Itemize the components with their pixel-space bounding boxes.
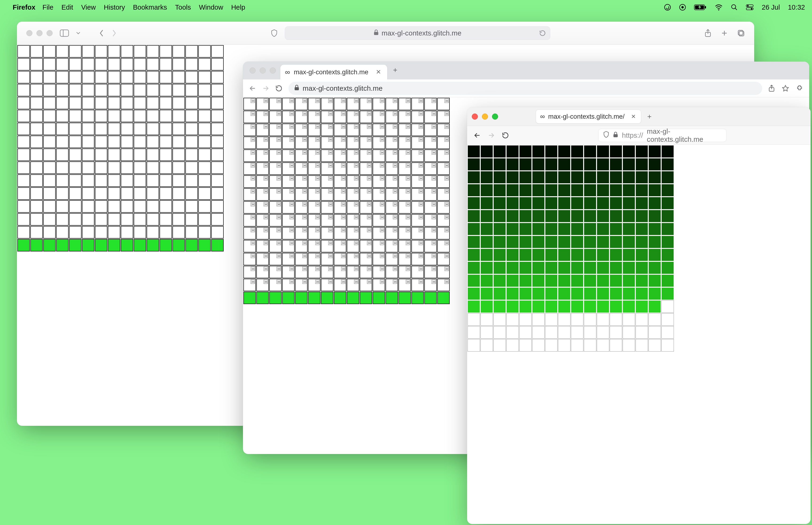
menu-edit[interactable]: Edit xyxy=(61,3,73,11)
tab-close-icon[interactable]: ✕ xyxy=(376,69,381,76)
back-icon[interactable] xyxy=(474,132,481,139)
safari-url-text: max-gl-contexts.glitch.me xyxy=(382,29,461,37)
tab-overview-icon[interactable] xyxy=(737,29,745,38)
wifi-icon[interactable] xyxy=(715,4,723,11)
zoom-icon[interactable] xyxy=(492,114,498,120)
broken-canvas-icon xyxy=(289,163,294,168)
canvas-cell xyxy=(334,214,346,227)
reload-icon[interactable] xyxy=(502,132,509,139)
firefox-address-bar[interactable]: https://max-gl-contexts.glitch.me xyxy=(598,129,726,142)
canvas-cell xyxy=(468,261,480,274)
canvas-cell xyxy=(82,213,94,226)
share-icon[interactable] xyxy=(768,85,775,92)
canvas-cell xyxy=(121,226,133,239)
chrome-address-bar[interactable]: max-gl-contexts.glitch.me xyxy=(289,82,762,95)
spotlight-icon[interactable] xyxy=(731,4,738,11)
canvas-cell xyxy=(95,174,107,187)
back-icon[interactable] xyxy=(249,85,256,92)
menu-window[interactable]: Window xyxy=(199,3,223,11)
grammarly-icon[interactable] xyxy=(664,4,671,11)
menubar-appname[interactable]: Firefox xyxy=(13,3,35,11)
canvas-cell xyxy=(147,200,159,213)
canvas-cell xyxy=(532,300,545,313)
menu-tools[interactable]: Tools xyxy=(175,3,191,11)
canvas-cell xyxy=(172,213,185,226)
canvas-cell xyxy=(159,123,172,135)
reload-icon[interactable] xyxy=(539,30,546,36)
chevron-down-icon[interactable] xyxy=(76,31,80,35)
minimize-icon[interactable] xyxy=(260,68,266,74)
canvas-cell xyxy=(308,124,321,136)
canvas-cell xyxy=(648,184,661,196)
firefox-traffic-lights[interactable] xyxy=(472,114,498,120)
firefox-canvas-grid xyxy=(467,145,811,352)
reload-icon[interactable] xyxy=(275,85,282,92)
canvas-cell xyxy=(661,287,674,300)
chrome-traffic-lights[interactable] xyxy=(249,68,276,74)
extensions-icon[interactable] xyxy=(796,85,803,92)
menu-file[interactable]: File xyxy=(43,3,53,11)
canvas-cell xyxy=(468,249,480,261)
broken-canvas-icon xyxy=(264,280,268,284)
back-icon[interactable] xyxy=(99,29,104,37)
new-tab-icon[interactable]: ＋ xyxy=(392,65,399,76)
shield-icon[interactable] xyxy=(603,131,609,139)
battery-icon[interactable] xyxy=(694,4,707,11)
forward-icon[interactable] xyxy=(488,132,495,139)
broken-canvas-icon xyxy=(251,254,255,258)
firefox-tab[interactable]: ∞ max-gl-contexts.glitch.me/ ✕ xyxy=(536,109,641,124)
menubar-date[interactable]: 26 Jul xyxy=(762,3,780,11)
minimize-icon[interactable] xyxy=(36,30,43,36)
canvas-cell xyxy=(558,274,570,287)
canvas-cell xyxy=(635,197,648,209)
canvas-cell xyxy=(56,71,68,84)
canvas-cell xyxy=(480,158,493,170)
safari-traffic-lights[interactable] xyxy=(26,30,52,36)
bookmark-star-icon[interactable] xyxy=(782,85,789,92)
chrome-tab[interactable]: ∞ max-gl-contexts.glitch.me ✕ xyxy=(280,64,387,79)
canvas-cell xyxy=(597,223,609,235)
privacy-report-icon[interactable] xyxy=(271,26,278,40)
control-center-icon[interactable] xyxy=(746,4,754,10)
zoom-icon[interactable] xyxy=(270,68,276,74)
canvas-cell xyxy=(95,58,107,71)
minimize-icon[interactable] xyxy=(482,114,488,120)
broken-canvas-icon xyxy=(354,241,358,245)
canvas-cell xyxy=(69,187,81,200)
menu-history[interactable]: History xyxy=(104,3,125,11)
canvas-cell xyxy=(17,149,30,161)
canvas-cell xyxy=(398,291,411,304)
broken-canvas-icon xyxy=(251,111,255,116)
share-icon[interactable] xyxy=(704,29,711,38)
zoom-icon[interactable] xyxy=(47,30,52,36)
canvas-cell xyxy=(172,123,185,135)
screenrec-icon[interactable] xyxy=(679,4,686,11)
broken-canvas-icon xyxy=(393,254,397,258)
tab-close-icon[interactable]: ✕ xyxy=(631,113,636,120)
menubar-time[interactable]: 10:32 xyxy=(788,3,805,11)
canvas-cell xyxy=(134,45,146,58)
menu-bookmarks[interactable]: Bookmarks xyxy=(133,3,167,11)
close-icon[interactable] xyxy=(472,114,478,120)
new-tab-icon[interactable]: ＋ xyxy=(646,111,653,121)
canvas-cell xyxy=(571,197,583,209)
canvas-cell xyxy=(134,226,146,239)
safari-address-bar[interactable]: max-gl-contexts.glitch.me xyxy=(285,26,550,40)
canvas-cell xyxy=(82,200,94,213)
new-tab-icon[interactable] xyxy=(721,29,728,38)
broken-canvas-icon xyxy=(302,241,307,245)
sidebar-toggle-icon[interactable] xyxy=(60,29,69,37)
close-icon[interactable] xyxy=(26,30,32,36)
menu-view[interactable]: View xyxy=(81,3,96,11)
forward-icon[interactable] xyxy=(262,85,269,92)
close-icon[interactable] xyxy=(249,68,256,74)
broken-canvas-icon xyxy=(393,241,397,245)
canvas-cell xyxy=(386,240,398,252)
forward-icon[interactable] xyxy=(111,29,117,37)
canvas-cell xyxy=(424,162,437,175)
canvas-cell xyxy=(519,300,532,313)
svg-point-6 xyxy=(718,10,719,10)
canvas-cell xyxy=(558,171,570,183)
canvas-cell xyxy=(398,137,411,149)
menu-help[interactable]: Help xyxy=(231,3,245,11)
